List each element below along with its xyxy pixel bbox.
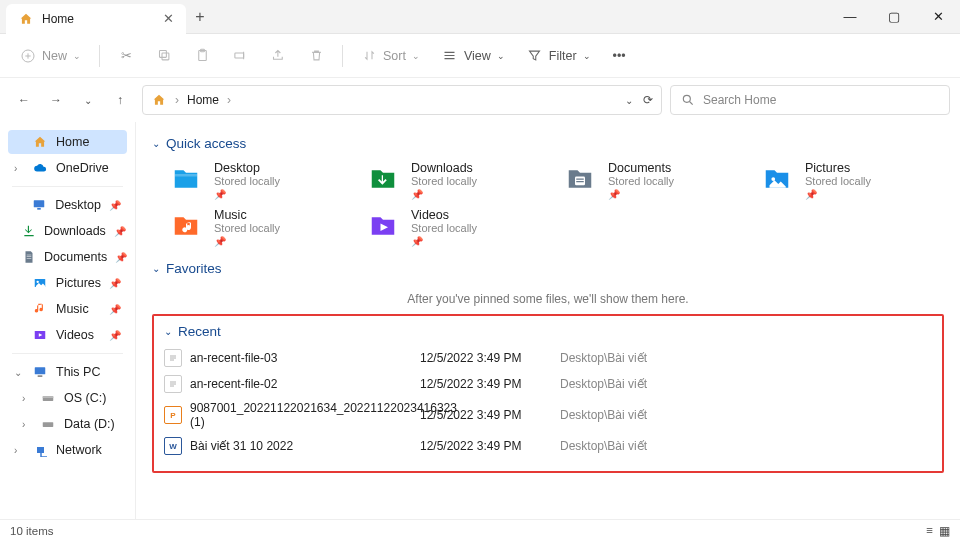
share-button[interactable] — [260, 43, 296, 69]
pin-icon: 📌 — [214, 236, 280, 247]
divider — [99, 45, 100, 67]
sidebar-item-network[interactable]: › Network — [8, 438, 127, 462]
file-location: Desktop\Bài viết — [560, 408, 932, 422]
desktop-icon — [32, 197, 47, 213]
quick-access-item[interactable]: VideosStored locally📌 — [365, 208, 550, 247]
sort-button[interactable]: Sort ⌄ — [351, 43, 430, 69]
recent-file-row[interactable]: an-recent-file-0312/5/2022 3:49 PMDeskto… — [164, 345, 932, 371]
view-button[interactable]: View ⌄ — [432, 43, 515, 69]
chevron-down-icon: ⌄ — [152, 263, 160, 274]
favorites-empty-text: After you've pinned some files, we'll sh… — [152, 292, 944, 306]
quick-access-item[interactable]: DocumentsStored locally📌 — [562, 161, 747, 200]
up-button[interactable]: ↑ — [106, 86, 134, 114]
expand-icon[interactable]: ⌄ — [14, 367, 24, 378]
file-date: 12/5/2022 3:49 PM — [420, 351, 560, 365]
chevron-down-icon[interactable]: ⌄ — [625, 95, 633, 106]
folder-icon — [562, 161, 598, 197]
qa-name: Desktop — [214, 161, 280, 175]
expand-icon[interactable]: › — [22, 419, 32, 430]
plus-circle-icon — [20, 48, 36, 64]
more-button[interactable]: ••• — [603, 44, 636, 68]
recent-file-row[interactable]: an-recent-file-0212/5/2022 3:49 PMDeskto… — [164, 371, 932, 397]
pin-icon: 📌 — [109, 304, 121, 315]
maximize-button[interactable]: ▢ — [872, 0, 916, 34]
thumbnails-view-button[interactable]: ▦ — [939, 524, 950, 538]
svg-rect-5 — [234, 53, 243, 58]
section-favorites[interactable]: ⌄ Favorites — [152, 261, 944, 276]
copy-button[interactable] — [146, 43, 182, 69]
download-icon — [22, 223, 36, 239]
folder-icon — [168, 161, 204, 197]
quick-access-item[interactable]: DownloadsStored locally📌 — [365, 161, 550, 200]
section-quick-access[interactable]: ⌄ Quick access — [152, 136, 944, 151]
recent-file-row[interactable]: WBài viết 31 10 202212/5/2022 3:49 PMDes… — [164, 433, 932, 459]
breadcrumb-location[interactable]: Home — [187, 93, 219, 107]
sidebar-item-music[interactable]: Music 📌 — [8, 297, 127, 321]
folder-icon — [759, 161, 795, 197]
minimize-button[interactable]: — — [828, 0, 872, 34]
new-tab-button[interactable]: + — [186, 8, 214, 26]
window-controls: — ▢ ✕ — [828, 0, 960, 34]
qa-name: Downloads — [411, 161, 477, 175]
pin-icon: 📌 — [109, 330, 121, 341]
filter-button[interactable]: Filter ⌄ — [517, 43, 601, 69]
address-bar[interactable]: › Home › ⌄ ⟳ — [142, 85, 662, 115]
pin-icon: 📌 — [411, 236, 477, 247]
new-button[interactable]: New ⌄ — [10, 43, 91, 69]
expand-icon[interactable]: › — [22, 393, 32, 404]
refresh-button[interactable]: ⟳ — [643, 93, 653, 107]
quick-access-item[interactable]: DesktopStored locally📌 — [168, 161, 353, 200]
expand-icon[interactable]: › — [14, 163, 24, 174]
delete-button[interactable] — [298, 43, 334, 69]
quick-access-item[interactable]: PicturesStored locally📌 — [759, 161, 944, 200]
svg-rect-12 — [35, 367, 46, 374]
pin-icon: 📌 — [109, 200, 121, 211]
svg-rect-8 — [38, 208, 42, 210]
network-icon — [32, 442, 48, 458]
home-icon — [18, 11, 34, 27]
qa-sub: Stored locally — [411, 222, 477, 234]
recent-file-row[interactable]: P9087001_20221122021634_2022112202341632… — [164, 397, 932, 433]
forward-button[interactable]: → — [42, 86, 70, 114]
sidebar-item-thispc[interactable]: ⌄ This PC — [8, 360, 127, 384]
file-location: Desktop\Bài viết — [560, 377, 932, 391]
file-type-icon — [164, 349, 190, 367]
sidebar-item-documents[interactable]: Documents 📌 — [8, 245, 127, 269]
chevron-right-icon: › — [227, 93, 231, 107]
chevron-down-icon: ⌄ — [164, 326, 172, 337]
expand-icon[interactable]: › — [14, 445, 24, 456]
close-tab-icon[interactable]: ✕ — [163, 11, 174, 26]
recent-locations-button[interactable]: ⌄ — [74, 86, 102, 114]
sidebar-item-pictures[interactable]: Pictures 📌 — [8, 271, 127, 295]
picture-icon — [32, 275, 48, 291]
back-button[interactable]: ← — [10, 86, 38, 114]
window-tab[interactable]: Home ✕ — [6, 4, 186, 34]
tab-title: Home — [42, 12, 74, 26]
sidebar-item-datad[interactable]: › Data (D:) — [8, 412, 127, 436]
chevron-down-icon: ⌄ — [73, 51, 81, 61]
paste-button[interactable] — [184, 43, 220, 69]
sidebar-item-home[interactable]: Home — [8, 130, 127, 154]
document-icon — [22, 249, 36, 265]
cloud-icon — [32, 160, 48, 176]
svg-point-6 — [683, 95, 690, 102]
details-view-button[interactable]: ≡ — [926, 524, 933, 538]
sidebar-item-videos[interactable]: Videos 📌 — [8, 323, 127, 347]
section-recent[interactable]: ⌄ Recent — [164, 324, 932, 339]
chevron-down-icon: ⌄ — [497, 51, 505, 61]
close-window-button[interactable]: ✕ — [916, 0, 960, 34]
sidebar-item-desktop[interactable]: Desktop 📌 — [8, 193, 127, 217]
svg-rect-2 — [159, 51, 166, 58]
sidebar-item-onedrive[interactable]: › OneDrive — [8, 156, 127, 180]
quick-access-item[interactable]: MusicStored locally📌 — [168, 208, 353, 247]
pc-icon — [32, 364, 48, 380]
status-item-count: 10 items — [10, 525, 53, 537]
qa-sub: Stored locally — [608, 175, 674, 187]
sidebar-item-osc[interactable]: › OS (C:) — [8, 386, 127, 410]
cut-button[interactable]: ✂ — [108, 43, 144, 69]
search-box[interactable]: Search Home — [670, 85, 950, 115]
chevron-down-icon: ⌄ — [412, 51, 420, 61]
rename-button[interactable] — [222, 43, 258, 69]
sidebar-item-downloads[interactable]: Downloads 📌 — [8, 219, 127, 243]
pin-icon: 📌 — [608, 189, 674, 200]
